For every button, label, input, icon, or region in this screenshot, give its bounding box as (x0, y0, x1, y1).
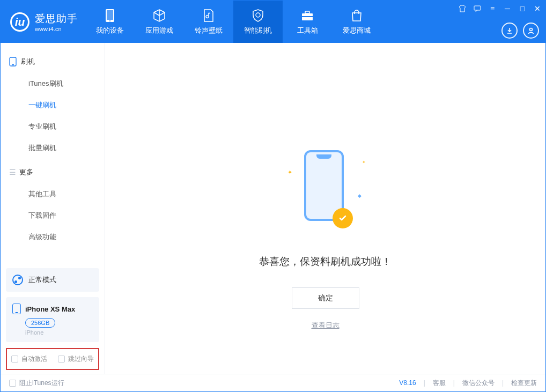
mode-card[interactable]: 正常模式 (6, 268, 99, 292)
nav-ringtone-wallpaper[interactable]: 铃声壁纸 (184, 1, 233, 43)
body-area: 刷机 iTunes刷机 一键刷机 专业刷机 批量刷机 ☰ 更多 其他工具 下载固… (1, 43, 545, 374)
svg-rect-6 (302, 16, 313, 17)
sidebar-item-batch-flash[interactable]: 批量刷机 (1, 137, 105, 159)
checkbox-icon (9, 380, 16, 387)
divider: | (502, 379, 504, 387)
svg-point-3 (256, 13, 260, 17)
sidebar-group-flash: 刷机 iTunes刷机 一键刷机 专业刷机 批量刷机 (1, 53, 105, 163)
block-itunes-checkbox[interactable]: 阻止iTunes运行 (9, 379, 64, 388)
logo-icon: iu (10, 12, 29, 32)
window-controls: ≡ ─ □ ✕ (458, 4, 542, 13)
device-storage-badge: 256GB (25, 318, 55, 328)
svg-rect-1 (107, 10, 113, 20)
divider: | (424, 379, 425, 387)
sidebar: 刷机 iTunes刷机 一键刷机 专业刷机 批量刷机 ☰ 更多 其他工具 下载固… (1, 43, 105, 374)
nav-label: 我的设备 (96, 26, 124, 35)
auto-activate-checkbox[interactable]: 自动激活 (11, 354, 47, 364)
mode-icon (12, 275, 23, 285)
minimize-icon[interactable]: ─ (503, 4, 512, 13)
check-label: 自动激活 (21, 354, 47, 364)
sidebar-item-download-firmware[interactable]: 下载固件 (1, 205, 105, 226)
success-illustration: ✦ ✦ ◆ (296, 150, 355, 236)
nav-toolbox[interactable]: 工具箱 (283, 1, 332, 43)
skip-guide-checkbox[interactable]: 跳过向导 (58, 354, 94, 364)
logo-area: iu 爱思助手 www.i4.cn (1, 1, 85, 43)
device-small-icon (12, 304, 21, 314)
nav-label: 工具箱 (297, 26, 318, 35)
group-text: 更多 (19, 167, 33, 177)
wechat-link[interactable]: 微信公众号 (462, 379, 495, 388)
check-badge-icon (333, 208, 353, 228)
header-bar: iu 爱思助手 www.i4.cn 我的设备 应用游戏 铃声壁纸 智能刷机 工具… (1, 1, 545, 43)
svg-rect-10 (12, 64, 14, 65)
download-icon[interactable] (501, 23, 518, 39)
menu-icon[interactable]: ≡ (488, 4, 497, 13)
sidebar-group-more: ☰ 更多 其他工具 下载固件 高级功能 (1, 163, 105, 252)
device-card[interactable]: iPhone XS Max 256GB iPhone (6, 297, 99, 342)
logo-text: 爱思助手 www.i4.cn (35, 12, 78, 32)
top-nav: 我的设备 应用游戏 铃声壁纸 智能刷机 工具箱 爱思商城 (85, 1, 381, 43)
device-type: iPhone (25, 329, 93, 336)
user-icon[interactable] (523, 23, 539, 39)
check-label: 跳过向导 (68, 354, 94, 364)
nav-label: 铃声壁纸 (195, 26, 223, 35)
svg-rect-5 (305, 11, 309, 13)
version-label: V8.16 (399, 379, 416, 387)
shirt-icon[interactable] (458, 4, 467, 13)
toolbox-icon (300, 9, 314, 23)
feedback-icon[interactable] (473, 4, 482, 13)
sidebar-bottom: 正常模式 iPhone XS Max 256GB iPhone (6, 268, 99, 342)
music-file-icon (202, 9, 216, 23)
phone-notch (316, 154, 331, 159)
svg-point-8 (530, 28, 533, 31)
group-text: 刷机 (21, 57, 35, 66)
checkbox-icon (58, 356, 65, 363)
sidebar-item-other-tools[interactable]: 其他工具 (1, 183, 105, 205)
sidebar-item-itunes-flash[interactable]: iTunes刷机 (1, 73, 105, 94)
sparkle-icon: ◆ (358, 193, 361, 198)
check-label: 阻止iTunes运行 (19, 379, 64, 388)
bag-icon (350, 9, 364, 23)
nav-store[interactable]: 爱思商城 (332, 1, 381, 43)
bottom-checkbox-row: 自动激活 跳过向导 (6, 348, 99, 370)
nav-label: 智能刷机 (244, 26, 272, 35)
sparkle-icon: ✦ (287, 169, 292, 176)
update-link[interactable]: 检查更新 (511, 379, 537, 388)
svg-rect-7 (474, 6, 481, 10)
app-subtitle: www.i4.cn (35, 26, 78, 32)
mode-label: 正常模式 (28, 275, 56, 285)
nav-apps-games[interactable]: 应用游戏 (135, 1, 184, 43)
list-icon: ☰ (9, 168, 15, 176)
success-text: 恭喜您，保资料刷机成功啦！ (259, 255, 392, 269)
sidebar-item-pro-flash[interactable]: 专业刷机 (1, 116, 105, 137)
svg-point-2 (109, 20, 110, 21)
main-content: ✦ ✦ ◆ 恭喜您，保资料刷机成功啦！ 确定 查看日志 (105, 43, 545, 374)
footer-bar: 阻止iTunes运行 V8.16 | 客服 | 微信公众号 | 检查更新 (1, 374, 545, 391)
group-label-more: ☰ 更多 (1, 163, 105, 183)
nav-label: 应用游戏 (145, 26, 173, 35)
nav-my-device[interactable]: 我的设备 (85, 1, 135, 43)
maximize-icon[interactable]: □ (518, 4, 527, 13)
app-title: 爱思助手 (35, 12, 78, 26)
support-link[interactable]: 客服 (433, 379, 446, 388)
sparkle-icon: ✦ (362, 160, 366, 165)
sidebar-item-oneclick-flash[interactable]: 一键刷机 (1, 94, 105, 116)
confirm-button[interactable]: 确定 (292, 287, 359, 309)
view-log-link[interactable]: 查看日志 (312, 321, 340, 330)
header-right-icons (501, 23, 539, 39)
footer-right: V8.16 | 客服 | 微信公众号 | 检查更新 (399, 379, 537, 388)
close-icon[interactable]: ✕ (533, 4, 542, 13)
device-icon (103, 9, 117, 23)
device-row: iPhone XS Max (12, 304, 93, 314)
device-name: iPhone XS Max (25, 305, 75, 313)
group-label-flash: 刷机 (1, 53, 105, 73)
shield-icon (251, 9, 265, 23)
nav-smart-flash[interactable]: 智能刷机 (233, 1, 283, 43)
phone-outline-icon (9, 57, 17, 66)
checkbox-icon (11, 356, 18, 363)
cube-icon (152, 9, 166, 23)
divider: | (453, 379, 455, 387)
nav-label: 爱思商城 (343, 26, 371, 35)
sidebar-item-advanced[interactable]: 高级功能 (1, 226, 105, 248)
